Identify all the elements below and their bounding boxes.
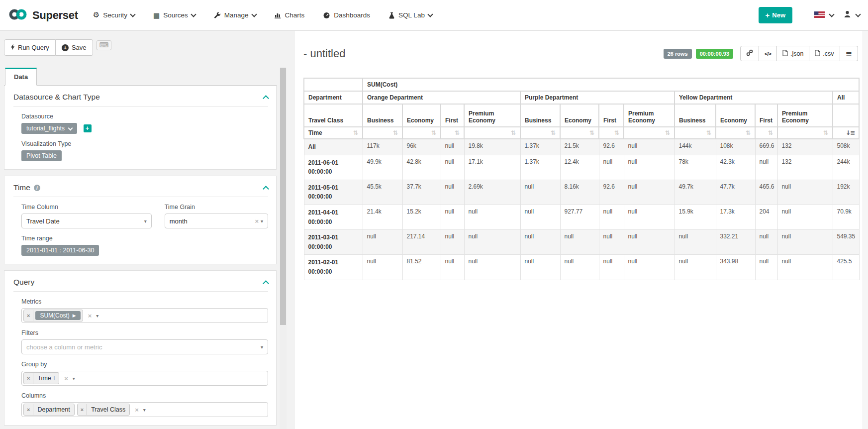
chevron-down-icon: ▾ <box>261 344 263 350</box>
section-datasource-chart-type: Datasource & Chart Type Datasource tutor… <box>4 86 277 170</box>
sort-header[interactable]: ⇅ <box>441 127 464 139</box>
sort-header[interactable]: ⇅ <box>464 127 520 139</box>
export-json-button[interactable]: .json <box>777 46 809 61</box>
remove-icon[interactable]: × <box>24 373 33 384</box>
chevron-down-icon: ▾ <box>261 218 263 224</box>
pivot-cell: 144k <box>675 139 716 155</box>
info-icon: i <box>54 375 55 381</box>
metrics-select[interactable]: ×SUM(Cost) ▶ × ▾ <box>21 308 268 323</box>
wrench-icon <box>214 12 221 19</box>
filters-select[interactable]: choose a column or metric ▾ <box>21 339 268 354</box>
sort-header[interactable]: ⇅ <box>675 127 716 139</box>
chevron-up-icon[interactable] <box>263 186 269 192</box>
pivot-cell: null <box>675 255 716 280</box>
new-button[interactable]: +New <box>759 7 793 23</box>
filters-placeholder: choose a column or metric <box>26 343 102 351</box>
short-link-button[interactable] <box>740 46 759 61</box>
travel-class-header: First <box>441 104 464 127</box>
user-menu[interactable] <box>844 10 860 20</box>
pivot-cell: 49.7k <box>675 180 716 205</box>
sort-header[interactable]: ⇅ <box>363 127 402 139</box>
nav-item-label: Charts <box>285 11 305 19</box>
add-datasource-button[interactable]: + <box>84 124 92 132</box>
chevron-up-icon[interactable] <box>263 95 269 102</box>
pivot-cell: 42.8k <box>402 155 441 180</box>
run-query-button[interactable]: Run Query <box>4 39 56 56</box>
metrics-label: Metrics <box>21 298 268 305</box>
panel-tabs: Data <box>4 68 277 86</box>
clear-icon[interactable]: × <box>64 375 68 382</box>
pivot-cell: null <box>599 205 624 229</box>
sort-header[interactable]: ⇅ <box>716 127 755 139</box>
pivot-cell: null <box>777 230 833 255</box>
viz-type-selector[interactable]: Pivot Table <box>21 150 62 161</box>
chevron-down-icon <box>829 11 834 17</box>
pivot-cell: null <box>520 180 560 205</box>
remove-icon[interactable]: × <box>24 310 33 321</box>
sort-icon: ⇅ <box>746 130 751 136</box>
nav-item-charts[interactable]: Charts <box>275 11 305 19</box>
nav-item-label: SQL Lab <box>398 11 425 19</box>
nav-item-sql-lab[interactable]: SQL Lab <box>388 11 432 19</box>
pivot-cell: 49.9k <box>363 155 402 180</box>
clear-icon[interactable]: × <box>88 312 92 320</box>
export-csv-button[interactable]: .csv <box>809 46 840 61</box>
sort-header[interactable]: ↓≡ <box>833 127 859 139</box>
remove-icon[interactable]: × <box>78 404 87 415</box>
pivot-cell: 81.52 <box>402 255 441 280</box>
nav-item-security[interactable]: ⚙Security <box>93 11 135 19</box>
nav-item-manage[interactable]: Manage <box>214 11 256 19</box>
sort-header[interactable]: ⇅ <box>520 127 560 139</box>
sort-icon: ⇅ <box>353 130 358 136</box>
time-range-selector[interactable]: 2011-01-01 : 2011-06-30 <box>21 245 99 256</box>
remove-icon[interactable]: × <box>24 404 33 415</box>
result-scrollbar[interactable] <box>863 31 868 429</box>
clear-icon[interactable]: × <box>135 406 139 414</box>
user-icon <box>844 10 851 20</box>
column-token[interactable]: ×Travel Class <box>77 404 130 416</box>
groupby-select[interactable]: ×Time i × ▾ <box>21 371 268 386</box>
panel-scrollbar[interactable] <box>280 68 287 429</box>
more-options-button[interactable]: ≡ <box>840 46 858 61</box>
nav-item-sources[interactable]: ▦Sources <box>153 11 195 19</box>
locale-selector[interactable] <box>814 11 834 20</box>
clear-icon[interactable]: × <box>255 217 259 225</box>
tab-data[interactable]: Data <box>5 68 37 86</box>
keyboard-shortcut-button[interactable]: ⌨ <box>96 40 112 50</box>
columns-select[interactable]: ×Department×Travel Class × ▾ <box>21 402 268 417</box>
sort-header-time[interactable]: Time⇅ <box>304 127 363 139</box>
pivot-cell: null <box>464 255 520 280</box>
pivot-cell: 42.3k <box>716 155 755 180</box>
column-token[interactable]: ×Department <box>23 404 75 416</box>
chevron-down-icon: ▾ <box>73 376 75 381</box>
datasource-selector[interactable]: tutorial_flights <box>21 123 77 134</box>
sort-header[interactable]: ⇅ <box>624 127 675 139</box>
brand-logo[interactable]: Superset <box>8 8 78 23</box>
sort-header[interactable]: ⇅ <box>777 127 833 139</box>
sort-header[interactable]: ⇅ <box>402 127 441 139</box>
sort-header[interactable]: ⇅ <box>560 127 599 139</box>
nav-item-dashboards[interactable]: Dashboards <box>323 11 370 19</box>
department-header: Orange Department <box>363 91 520 104</box>
lightning-bolt-icon <box>10 44 15 52</box>
metric-token[interactable]: ×SUM(Cost) ▶ <box>23 310 83 322</box>
pivot-cell: 17.3k <box>716 205 755 229</box>
groupby-token[interactable]: ×Time i <box>23 372 59 384</box>
sort-icon: ⇅ <box>393 130 398 136</box>
time-column-select[interactable]: Travel Date ▾ <box>21 214 152 228</box>
bar-chart-icon <box>275 12 282 18</box>
embed-code-button[interactable]: </> <box>759 46 777 61</box>
query-duration-badge: 00:00:00.93 <box>696 49 733 59</box>
sort-header[interactable]: ⇅ <box>755 127 777 139</box>
save-button[interactable]: + Save <box>56 39 93 56</box>
chevron-up-icon[interactable] <box>263 280 269 287</box>
sort-icon: ⇅ <box>511 130 516 136</box>
info-icon: i <box>34 185 40 191</box>
pivot-cell: null <box>560 230 599 255</box>
time-grain-select[interactable]: month × ▾ <box>165 214 268 228</box>
scrollbar-thumb[interactable] <box>280 68 286 325</box>
department-corner-label: Department <box>304 91 363 104</box>
chevron-down-icon: ▾ <box>143 407 146 413</box>
sort-header[interactable]: ⇅ <box>599 127 624 139</box>
dashboard-icon <box>323 12 330 19</box>
